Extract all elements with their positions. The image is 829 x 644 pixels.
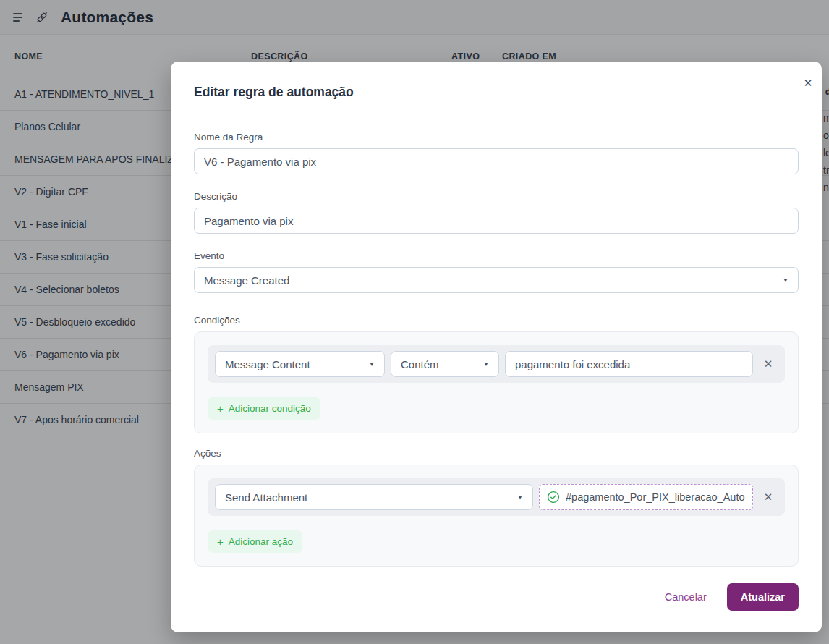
actions-box: Send Attachment ▼ #pagamento_Por_PIX_lib… [194,465,799,567]
attachment-name: #pagamento_Por_PIX_liberacao_Automatica_… [566,491,745,503]
description-label: Descrição [194,191,799,202]
rule-name-label: Nome da Regra [194,132,799,143]
update-button[interactable]: Atualizar [727,583,799,611]
add-condition-button[interactable]: + Adicionar condição [208,397,320,420]
edit-automation-rule-modal: Editar regra de automação ✕ Nome da Regr… [171,62,822,632]
rule-name-group: Nome da Regra [194,132,799,174]
condition-operator-select[interactable]: Contém ▼ [391,351,499,377]
action-row: Send Attachment ▼ #pagamento_Por_PIX_lib… [208,478,785,516]
condition-field-select[interactable]: Message Content ▼ [215,351,385,377]
event-label: Evento [194,250,799,261]
rule-name-input[interactable] [194,148,799,174]
condition-row: Message Content ▼ Contém ▼ ✕ [208,345,785,383]
check-circle-icon [547,491,560,504]
action-type-select[interactable]: Send Attachment ▼ [215,484,533,510]
conditions-label: Condições [194,315,799,326]
plus-icon: + [217,537,224,546]
plus-icon: + [217,404,224,413]
actions-label: Ações [194,448,799,459]
modal-footer: Cancelar Atualizar [194,583,799,611]
chevron-down-icon: ▼ [483,361,489,368]
conditions-group: Condições Message Content ▼ Contém ▼ ✕ +… [194,315,799,433]
modal-title: Editar regra de automação [194,85,799,100]
remove-condition-icon[interactable]: ✕ [759,351,778,377]
actions-group: Ações Send Attachment ▼ #pagamento_Por_P… [194,448,799,567]
event-group: Evento Message Created ▼ [194,250,799,293]
description-input[interactable] [194,208,799,234]
remove-action-icon[interactable]: ✕ [759,484,778,510]
event-select[interactable]: Message Created ▼ [194,267,799,293]
add-action-button[interactable]: + Adicionar ação [208,530,302,553]
description-group: Descrição [194,191,799,234]
chevron-down-icon: ▼ [369,361,375,368]
chevron-down-icon: ▼ [517,494,523,501]
conditions-box: Message Content ▼ Contém ▼ ✕ + Adicionar… [194,331,799,433]
cancel-button[interactable]: Cancelar [662,585,710,609]
condition-value-input[interactable] [505,351,753,377]
close-icon[interactable]: ✕ [801,76,815,90]
attachment-chip[interactable]: #pagamento_Por_PIX_liberacao_Automatica_… [539,484,753,510]
chevron-down-icon: ▼ [783,277,788,284]
